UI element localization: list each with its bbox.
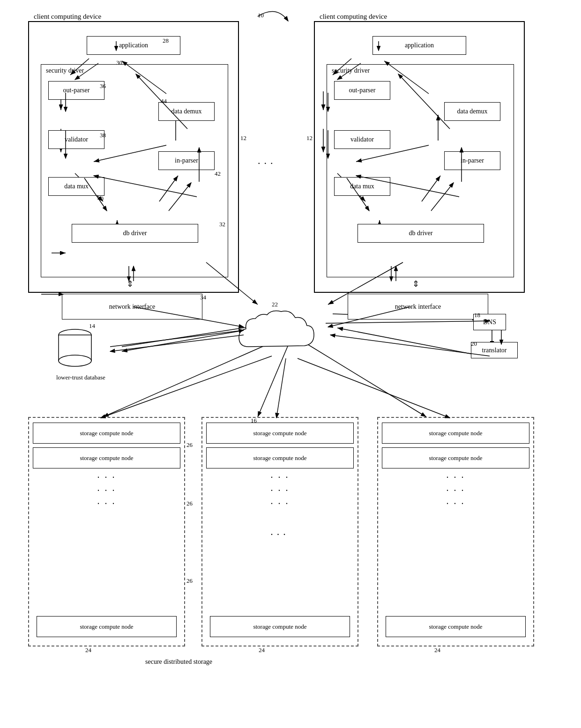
storage-dots-mid2: · · · <box>202 485 358 496</box>
storage-node-left-3: storage compute node <box>37 616 177 637</box>
storage-mid-ellipsis: ... <box>270 526 290 538</box>
storage-node-left-2: storage compute node <box>33 447 180 468</box>
storage-dots-right: · · · <box>378 472 533 483</box>
left-client-device: client computing device 12 application 2… <box>28 21 239 293</box>
ref-26c: 26 <box>186 577 193 585</box>
storage-group-right: storage compute node storage compute nod… <box>377 417 534 646</box>
left-app-label: application <box>119 42 148 49</box>
left-db-driver-box: db driver <box>72 224 198 243</box>
ref-24a: 24 <box>85 646 91 654</box>
right-in-parser-box: in-parser <box>444 151 500 170</box>
right-data-demux-box: data demux <box>444 102 500 121</box>
left-security-driver-label: security driver <box>46 67 84 74</box>
svg-line-64 <box>110 330 244 347</box>
left-db-driver-label: db driver <box>123 230 147 237</box>
left-validator-label: validator <box>65 136 88 143</box>
svg-line-65 <box>101 356 272 418</box>
svg-line-66 <box>276 358 286 418</box>
right-data-demux-label: data demux <box>457 108 488 115</box>
ref-42: 42 <box>215 170 221 178</box>
ref-28: 28 <box>163 37 169 45</box>
dns-label: DNS <box>483 319 496 326</box>
storage-dots-left: · · · <box>29 472 184 483</box>
storage-node-right-3: storage compute node <box>386 616 526 637</box>
ref-38: 38 <box>100 132 106 139</box>
right-security-driver-outer: security driver out-parser data demux va… <box>327 64 514 277</box>
svg-point-36 <box>59 355 91 366</box>
left-in-parser-box: in-parser <box>158 151 215 170</box>
svg-line-30 <box>300 340 426 417</box>
ref-44: 44 <box>161 97 167 105</box>
svg-line-33 <box>337 328 483 356</box>
ref-18: 18 <box>474 312 480 319</box>
storage-node-mid-3: storage compute node <box>210 616 350 637</box>
right-in-parser-label: in-parser <box>461 157 484 164</box>
storage-node-label: storage compute node <box>253 454 306 462</box>
storage-dots-left3: · · · <box>29 498 184 509</box>
right-validator-label: validator <box>350 136 374 143</box>
storage-node-right-1: storage compute node <box>382 423 529 444</box>
left-validator-box: validator <box>48 130 104 149</box>
storage-dots-mid: · · · <box>202 472 358 483</box>
storage-dots-mid3: · · · <box>202 498 358 509</box>
lower-trust-db-label: lower-trust database <box>56 374 105 382</box>
storage-node-mid-2: storage compute node <box>206 447 354 468</box>
right-network-interface-box: network interface <box>348 294 488 319</box>
left-client-label: client computing device <box>34 13 101 21</box>
storage-node-label: storage compute node <box>253 430 306 437</box>
right-app-label: application <box>405 42 434 49</box>
ref-10-label: 10 <box>258 12 264 19</box>
svg-line-63 <box>110 335 244 351</box>
storage-node-label: storage compute node <box>429 430 482 437</box>
left-network-interface-box: network interface <box>62 294 202 319</box>
right-client-label: client computing device <box>320 13 387 21</box>
storage-dots-right2: · · · <box>378 485 533 496</box>
left-out-parser-label: out-parser <box>63 87 90 94</box>
storage-node-label: storage compute node <box>80 430 133 437</box>
storage-node-label: storage compute node <box>429 454 482 462</box>
left-security-driver-outer: security driver 30 out-parser 36 data de… <box>41 64 228 277</box>
ref-14: 14 <box>89 322 95 330</box>
ref-12-left: 12 <box>240 134 246 142</box>
right-data-mux-label: data mux <box>350 183 374 190</box>
svg-line-67 <box>298 358 450 418</box>
translator-label: translator <box>482 347 507 354</box>
translator-box: translator <box>471 342 518 358</box>
storage-node-label: storage compute node <box>80 623 133 631</box>
left-data-mux-box: data mux <box>48 177 104 196</box>
ref-22: 22 <box>272 301 278 308</box>
left-network-interface-label: network interface <box>109 303 155 311</box>
left-data-demux-box: data demux <box>158 102 215 121</box>
storage-node-label: storage compute node <box>429 623 482 631</box>
right-db-driver-label: db driver <box>409 230 433 237</box>
right-network-interface-label: network interface <box>395 303 441 311</box>
right-out-parser-box: out-parser <box>334 81 390 100</box>
lower-trust-db: lower-trust database 14 <box>56 328 105 382</box>
svg-line-68 <box>326 321 490 323</box>
storage-node-left-1: storage compute node <box>33 423 180 444</box>
left-data-mux-label: data mux <box>64 183 89 190</box>
right-client-device: client computing device 12 application s… <box>314 21 525 293</box>
right-application-box: application <box>372 36 466 55</box>
svg-line-70 <box>330 335 490 356</box>
storage-group-mid: storage compute node storage compute nod… <box>201 417 358 646</box>
ref-40: 40 <box>97 195 104 202</box>
storage-node-mid-1: storage compute node <box>206 423 354 444</box>
ref-24c: 24 <box>434 646 440 654</box>
ref-20: 20 <box>471 340 477 348</box>
ref-34: 34 <box>200 294 206 301</box>
left-out-parser-box: out-parser <box>48 81 104 100</box>
storage-dots-left2: · · · <box>29 485 184 496</box>
ref-26a: 26 <box>186 441 193 449</box>
left-data-demux-label: data demux <box>171 108 202 115</box>
right-out-parser-label: out-parser <box>349 87 376 94</box>
storage-node-label: storage compute node <box>80 454 133 462</box>
storage-dots-right3: · · · <box>378 498 533 509</box>
right-db-net-arrows: ⇕ <box>412 279 419 289</box>
clients-ellipsis: ... <box>258 155 277 167</box>
ref-24b: 24 <box>259 646 265 654</box>
right-db-driver-box: db driver <box>358 224 484 243</box>
ref-36: 36 <box>100 82 106 90</box>
ref-30: 30 <box>116 59 122 67</box>
cloud-network: 22 <box>234 309 319 363</box>
